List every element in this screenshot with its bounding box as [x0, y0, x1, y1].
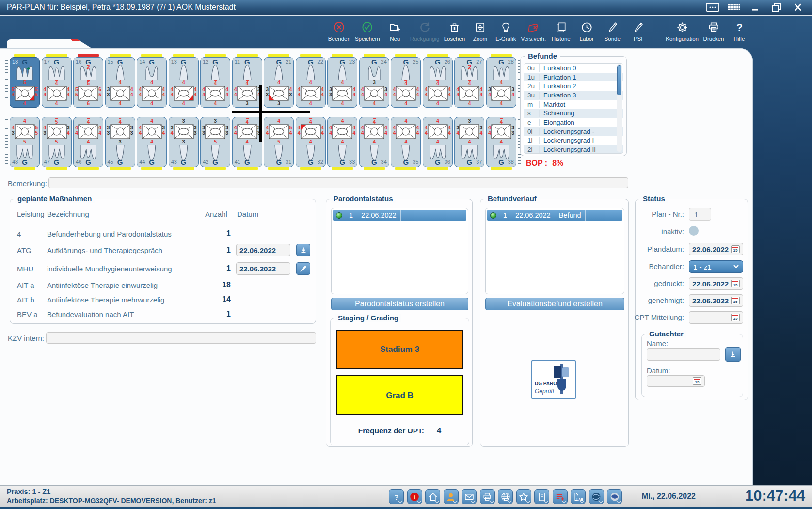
quicklaunch-patient-button[interactable]: [444, 489, 459, 504]
quicklaunch-web-button[interactable]: [498, 489, 513, 504]
tooth-42[interactable]: 42G353333: [200, 116, 230, 170]
tooth-47[interactable]: 47G554334: [42, 116, 72, 170]
tooth-11[interactable]: 11G434434: [232, 54, 262, 108]
edit-button[interactable]: [296, 262, 310, 275]
toolbar-speichern[interactable]: Speichern: [355, 21, 380, 42]
quicklaunch-info-button[interactable]: i: [407, 489, 422, 504]
cpt-mitteilung-field[interactable]: [689, 311, 743, 324]
calendar-icon[interactable]: [731, 314, 740, 321]
tooth-23[interactable]: 23G443344: [327, 54, 357, 108]
massnahme-row-4[interactable]: 4Befunderhebung und Parodontalstatus1: [10, 228, 316, 241]
tooth-21[interactable]: 21G433343: [264, 54, 294, 108]
gutachter-download-button[interactable]: [725, 347, 741, 362]
massnahme-row-bev-a[interactable]: BEV aBefundevaluation nach AIT1: [10, 309, 316, 321]
tooth-37[interactable]: 37G343434: [454, 116, 484, 170]
scrollbar-thumb[interactable]: [617, 65, 621, 95]
minimize-icon[interactable]: [748, 2, 763, 13]
quicklaunch-print-button[interactable]: [480, 489, 495, 504]
toolbar-konfiguration[interactable]: Konfiguration: [666, 21, 699, 42]
befund-item-e[interactable]: eElongation: [524, 118, 623, 127]
datum-field[interactable]: 22.06.2022: [236, 262, 290, 275]
tooth-34[interactable]: 34G444444: [359, 116, 389, 170]
toolbar-historie[interactable]: Historie: [550, 21, 572, 42]
tooth-24[interactable]: 24G344434: [359, 54, 389, 108]
patient-tab[interactable]: [7, 39, 93, 49]
grad-box[interactable]: Grad B: [336, 375, 463, 415]
tooth-38[interactable]: 38G444433: [486, 116, 516, 170]
massnahme-row-mhu[interactable]: MHUindividuelle Mundhygieneunterweisung1…: [10, 263, 316, 276]
bemerkung-input[interactable]: [48, 177, 628, 188]
tooth-36[interactable]: 36G444444: [423, 116, 453, 170]
tooth-33[interactable]: 33G444444: [327, 116, 357, 170]
download-button[interactable]: [296, 244, 310, 256]
quicklaunch-browser-button[interactable]: [607, 489, 622, 504]
restore-icon[interactable]: [769, 2, 784, 13]
tooth-46[interactable]: 46G444444: [73, 116, 103, 170]
tooth-13[interactable]: 13G444444: [169, 54, 199, 108]
tooth-12[interactable]: 12G444444: [200, 54, 230, 108]
close-icon[interactable]: [791, 2, 805, 13]
tooth-22[interactable]: 22G444444: [296, 54, 326, 108]
quicklaunch-favorite-button[interactable]: [516, 489, 531, 504]
toolbar-hilfe[interactable]: ?Hilfe: [729, 21, 750, 42]
tooth-18[interactable]: 18G+545455: [10, 54, 40, 108]
grid-icon[interactable]: [727, 2, 741, 13]
tooth-48[interactable]: 48G454355: [10, 116, 40, 170]
befund-item-2l[interactable]: 2lLockerungsgrad II: [524, 145, 623, 154]
toolbar-psi[interactable]: PSI: [627, 21, 649, 42]
befunde-scrollbar[interactable]: [617, 64, 622, 152]
tooth-45[interactable]: 45G433333: [105, 116, 135, 170]
toolbar-sonde[interactable]: Sonde: [602, 21, 623, 42]
evaluationsbefund-erstellen-button[interactable]: Evaluationsbefund erstellen: [485, 298, 624, 310]
befund-item-1l[interactable]: 1lLockerungsgrad I: [524, 136, 623, 145]
toolbar-zoom[interactable]: Zoom: [469, 21, 491, 42]
calendar-icon[interactable]: [731, 297, 740, 304]
tooth-43[interactable]: 43G333433: [169, 116, 199, 170]
tooth-31[interactable]: 31G454454: [264, 116, 294, 170]
quicklaunch-home-button[interactable]: [425, 489, 440, 504]
befund-item-1u[interactable]: 1uFurkation 1: [524, 73, 623, 82]
tooth-44[interactable]: 44G444434: [137, 116, 167, 170]
inaktiv-toggle[interactable]: [689, 226, 699, 236]
tooth-35[interactable]: 35G444444: [391, 116, 421, 170]
toolbar-labor[interactable]: Labor: [576, 21, 597, 42]
gutachter-name-input[interactable]: [647, 348, 720, 361]
toolbar-drucken[interactable]: Drucken: [703, 21, 724, 42]
tooth-32[interactable]: 32G444444: [296, 116, 326, 170]
massnahme-row-atg[interactable]: ATGAufklärungs- und Therapiegespräch122.…: [10, 245, 316, 257]
quicklaunch-document-button[interactable]: [534, 489, 549, 504]
tooth-27[interactable]: 27G2444444: [454, 54, 484, 108]
tooth-26[interactable]: 26G444444: [423, 54, 453, 108]
massnahme-row-ait-a[interactable]: AIT aAntiinfektöse Therapie einwurzelig1…: [10, 280, 316, 292]
tooth-17[interactable]: 17G444444: [42, 54, 72, 108]
befund-item-0u[interactable]: 0uFurkation 0: [524, 64, 623, 73]
quicklaunch-lab-button[interactable]: LAB: [571, 489, 586, 504]
toolbar-neu[interactable]: Neu: [384, 21, 406, 42]
stadium-box[interactable]: Stadium 3: [336, 330, 463, 369]
befund-item-3u[interactable]: 3uFurkation 3: [524, 91, 623, 100]
tooth-41[interactable]: 41G444433: [232, 116, 262, 170]
plan-nr-field[interactable]: 1: [689, 208, 711, 221]
tooth-25[interactable]: 25G444444: [391, 54, 421, 108]
toolbar-vers-verh-[interactable]: Vers.verh.: [521, 21, 546, 42]
quicklaunch-help-button[interactable]: ?: [389, 489, 404, 504]
befund-item-2u[interactable]: 2uFurkation 2: [524, 81, 623, 91]
quicklaunch-mail-button[interactable]: [462, 489, 477, 504]
calendar-icon[interactable]: [731, 245, 740, 253]
genehmigt-field[interactable]: 22.06.2022: [689, 294, 743, 307]
parodontalstatus-row[interactable]: 1 22.06.2022: [333, 210, 466, 221]
parodontalstatus-erstellen-button[interactable]: Parodontalstatus erstellen: [331, 298, 468, 310]
befund-item-s[interactable]: sSchienung: [524, 109, 623, 118]
tooth-15[interactable]: 15G443344: [105, 54, 135, 108]
befund-item-0l[interactable]: 0lLockerungsgrad -: [524, 127, 623, 136]
befund-item-m[interactable]: mMarktot: [524, 100, 623, 109]
calendar-icon[interactable]: [693, 377, 701, 385]
datum-field[interactable]: 22.06.2022: [236, 244, 290, 256]
toolbar-beenden[interactable]: Beenden: [328, 21, 350, 42]
toolbar-löschen[interactable]: Löschen: [444, 21, 465, 42]
plandatum-field[interactable]: 22.06.2022: [689, 243, 743, 255]
quicklaunch-internet-button[interactable]: [589, 489, 604, 504]
panel-icon[interactable]: [705, 2, 720, 13]
gutachter-datum-field[interactable]: [647, 375, 705, 387]
behandler-dropdown[interactable]: 1 - z1: [689, 260, 743, 273]
